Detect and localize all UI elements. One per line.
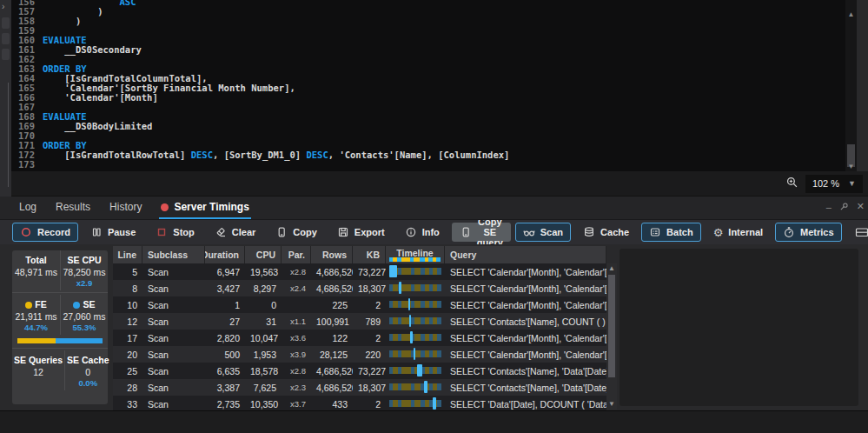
toolbar-button-info[interactable]: Info: [397, 223, 447, 242]
table-row[interactable]: 33Scan2,73510,350x3.74332SELECT 'Data'[D…: [113, 396, 606, 410]
cell-query: SELECT 'Calendar'[Month], 'Calendar'[Sor…: [445, 267, 606, 277]
pin-panel-icon[interactable]: [839, 202, 849, 211]
table-row[interactable]: 20Scan5001,953x3.928,125220SELECT 'Calen…: [113, 346, 606, 363]
se-cache-label: SE Cache: [67, 355, 109, 365]
toolbar-button-split-h[interactable]: [846, 223, 868, 242]
chevron-right-icon[interactable]: ›: [2, 2, 4, 11]
bottom-strip: [0, 410, 868, 433]
rail-slot: [2, 49, 10, 60]
minimize-panel-icon[interactable]: –: [826, 202, 832, 212]
toolbar-button-internal[interactable]: ⚙Internal: [706, 223, 771, 242]
cell-timeline: [386, 346, 445, 363]
button-label: Export: [354, 227, 385, 237]
cell-kb: 73,227: [353, 267, 386, 277]
button-label: Cache: [600, 227, 629, 237]
table-row[interactable]: 17Scan2,82010,047x3.61222SELECT 'Calenda…: [113, 330, 606, 346]
cell-duration: 6,635: [205, 366, 245, 376]
table-row[interactable]: 12Scan2731x1.1100,991789SELECT 'Contacts…: [113, 313, 606, 330]
table-vertical-scrollbar[interactable]: ▲ ▼: [606, 263, 617, 410]
toolbar-button-record[interactable]: Record: [12, 223, 78, 242]
button-label: Copy: [293, 227, 317, 237]
toolbar-button-clear[interactable]: Clear: [207, 223, 264, 242]
toolbar-button-export[interactable]: Export: [329, 223, 393, 242]
column-header-subclass[interactable]: Subclass: [142, 246, 205, 263]
table-row[interactable]: 5Scan6,94719,563x2.84,686,52673,227SELEC…: [113, 263, 606, 280]
dax-query-editor[interactable]: 156 ASC157 )158 )159160EVALUATE161 __DS0…: [11, 0, 857, 171]
column-header-duration[interactable]: Duration: [205, 246, 245, 263]
column-header-line[interactable]: Line: [113, 246, 142, 263]
se-cache-value: 0: [67, 367, 109, 377]
column-header-timeline[interactable]: Timeline: [386, 246, 445, 263]
toolbar-button-pause[interactable]: Pause: [83, 223, 143, 242]
cell-line: 20: [113, 350, 142, 360]
toolbar-button-copy-se-query[interactable]: Copy SE query: [452, 223, 511, 242]
table-row[interactable]: 10Scan102252SELECT 'Calendar'[Month], 'C…: [113, 296, 606, 313]
cell-cpu: 0: [245, 300, 282, 310]
se-cpu-label: SE CPU: [63, 255, 106, 265]
se-queries-value: 12: [14, 367, 63, 377]
button-label: Stop: [173, 227, 194, 237]
cell-query: SELECT 'Calendar'[Month], 'Calendar'[Sor…: [445, 350, 606, 360]
cell-cpu: 8,297: [245, 283, 282, 294]
timeline-highlight: [410, 331, 414, 343]
code-line: 169 __DS0BodyLimited: [11, 122, 857, 131]
cell-rows: 28,125: [311, 350, 353, 360]
scroll-up-icon[interactable]: ▲: [606, 264, 617, 273]
cell-line: 25: [113, 366, 142, 376]
fe-percent: 44.7%: [14, 323, 58, 332]
recording-dot-icon: [161, 203, 169, 211]
cell-line: 12: [113, 316, 142, 327]
scroll-down-icon[interactable]: ▼: [845, 163, 857, 171]
fe-se-ratio-bar: [17, 338, 103, 343]
tab-log[interactable]: Log: [17, 197, 38, 219]
tab-results[interactable]: Results: [54, 197, 92, 219]
cell-subclass: Scan: [142, 283, 205, 294]
scroll-down-icon[interactable]: ▼: [606, 400, 617, 409]
pause-icon: [90, 226, 103, 238]
database-icon: [583, 226, 595, 238]
cell-timeline: [386, 396, 445, 410]
tab-server-timings[interactable]: Server Timings: [159, 197, 250, 219]
code-line: 158 ): [11, 17, 857, 26]
column-header-kb[interactable]: KB: [353, 246, 386, 263]
copy-icon: [275, 226, 288, 238]
column-header-rows[interactable]: Rows: [311, 246, 353, 263]
toolbar-button-cache[interactable]: Cache: [575, 223, 637, 242]
toolbar-button-scan[interactable]: Scan: [515, 223, 571, 242]
cell-line: 17: [113, 333, 142, 343]
column-header-cpu[interactable]: CPU: [245, 246, 282, 263]
toolbar-button-copy[interactable]: Copy: [268, 223, 325, 242]
query-detail-pane[interactable]: [620, 249, 858, 406]
button-label: Batch: [666, 227, 693, 237]
cell-kb: 18,307: [353, 283, 386, 294]
fe-bar-segment: [17, 338, 56, 343]
server-timings-toolbar: RecordPauseStopClearCopyExportInfo Copy …: [0, 219, 868, 244]
toolbar-button-stop[interactable]: Stop: [148, 223, 202, 242]
code-text: [IsGrandTotalRowTotal] DESC, [SortBy_DM1…: [43, 150, 509, 160]
table-row[interactable]: 8Scan3,4278,297x2.44,686,52618,307SELECT…: [113, 280, 606, 296]
se-label: SE: [83, 299, 95, 310]
code-line: 173: [11, 160, 857, 170]
close-panel-icon[interactable]: ✕: [857, 201, 865, 212]
tab-history[interactable]: History: [108, 197, 143, 219]
toolbar-button-batch[interactable]: Batch: [641, 223, 701, 242]
cell-subclass: Scan: [142, 316, 205, 327]
save-icon: [337, 226, 349, 238]
rail-slot: [2, 33, 10, 44]
column-header-par[interactable]: Par.: [282, 246, 311, 263]
zoom-level-dropdown[interactable]: 102 % ▼: [805, 175, 863, 193]
se-cache-percent: 0.0%: [67, 378, 109, 388]
toolbar-button-metrics[interactable]: Metrics: [775, 223, 842, 242]
table-row[interactable]: 28Scan3,3877,625x2.34,686,52618,307SELEC…: [113, 379, 606, 396]
scroll-up-icon[interactable]: ▲: [845, 10, 857, 19]
cell-subclass: Scan: [142, 383, 205, 393]
table-row[interactable]: 25Scan6,63518,578x2.84,686,52673,227SELE…: [113, 363, 606, 379]
cell-duration: 1: [205, 300, 245, 310]
column-header-query[interactable]: Query: [445, 246, 606, 263]
cell-duration: 500: [205, 350, 245, 360]
editor-vertical-scrollbar[interactable]: ▲ ▼: [845, 0, 857, 171]
button-label: Info: [422, 227, 440, 237]
cell-line: 28: [113, 383, 142, 393]
scrollbar-thumb[interactable]: [608, 275, 615, 377]
zoom-magnifier-icon[interactable]: [785, 176, 798, 192]
